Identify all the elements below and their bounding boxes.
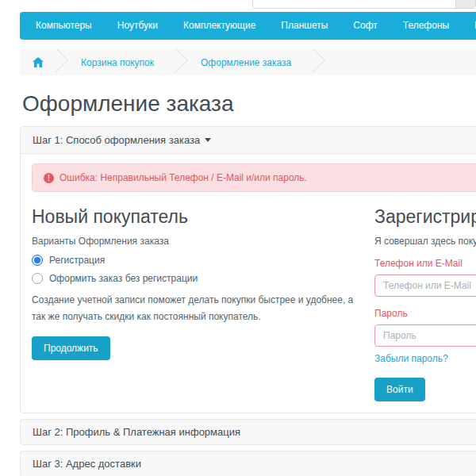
step1-panel: Шаг 1: Способ оформления заказа ! Ошибка… <box>20 126 476 413</box>
nav-item-cameras[interactable]: Камеры <box>462 12 476 40</box>
nav-item-computers[interactable]: Компьютеры <box>23 12 105 40</box>
continue-button[interactable]: Продолжить <box>32 336 110 360</box>
nav-item-software[interactable]: Софт <box>340 12 390 40</box>
step2-header[interactable]: Шаг 2: Профиль & Платежная информация <box>20 419 476 445</box>
chevron-right-icon <box>42 49 68 73</box>
new-customer-section: Новый покупатель Варианты Оформления зак… <box>32 206 365 401</box>
breadcrumb-checkout[interactable]: Оформление заказа <box>188 57 304 68</box>
breadcrumb: Корзина покупок Оформление заказа <box>20 49 476 75</box>
returning-customer-intro: Я совершал здесь покупки ранее <box>374 236 476 247</box>
phone-email-input[interactable] <box>374 274 476 297</box>
nav-item-tablets[interactable]: Планшеты <box>268 12 340 40</box>
chevron-right-icon <box>300 49 326 73</box>
new-customer-heading: Новый покупатель <box>32 206 365 228</box>
main-nav: Компьютеры Ноутбуки Комплектующие Планше… <box>20 12 476 40</box>
step1-header[interactable]: Шаг 1: Способ оформления заказа <box>21 127 476 154</box>
password-label: Пароль <box>374 308 476 319</box>
caret-down-icon <box>205 138 211 142</box>
step1-title: Шаг 1: Способ оформления заказа <box>33 134 200 146</box>
returning-customer-section: Зарегистрированный покупатель Я совершал… <box>365 206 476 401</box>
register-benefits-text: Создание учетной записи поможет делать п… <box>32 292 365 325</box>
step3-header[interactable]: Шаг 3: Адрес доставки <box>20 451 476 476</box>
radio-guest-checkout[interactable]: Оформить заказ без регистрации <box>32 273 365 284</box>
nav-item-laptops[interactable]: Ноутбуки <box>105 12 171 40</box>
checkout-options-label: Варианты Оформления заказа <box>32 236 365 247</box>
radio-checked-icon[interactable] <box>32 255 43 266</box>
breadcrumb-cart[interactable]: Корзина покупок <box>68 57 167 68</box>
radio-register-label: Регистрация <box>49 255 105 266</box>
returning-customer-heading: Зарегистрированный покупатель <box>374 206 476 228</box>
login-button[interactable]: Войти <box>374 378 425 401</box>
password-input[interactable] <box>374 324 476 347</box>
nav-item-phones[interactable]: Телефоны <box>390 12 462 40</box>
nav-item-components[interactable]: Комплектующие <box>171 12 268 40</box>
error-alert: ! Ошибка: Неправильный Телефон / E-Mail … <box>32 163 476 192</box>
error-text: Ошибка: Неправильный Телефон / E-Mail и/… <box>60 172 307 183</box>
exclamation-circle-icon: ! <box>44 173 54 183</box>
radio-unchecked-icon[interactable] <box>32 273 43 284</box>
page: Компьютеры Ноутбуки Комплектующие Планше… <box>0 0 476 476</box>
radio-register[interactable]: Регистрация <box>32 255 365 266</box>
forgot-password-link[interactable]: Забыли пароль? <box>374 353 448 364</box>
page-title: Оформление заказа <box>22 91 476 117</box>
chevron-right-icon <box>162 49 188 73</box>
radio-guest-label: Оформить заказ без регистрации <box>49 273 198 284</box>
phone-email-label: Телефон или E-Mail <box>374 258 476 269</box>
